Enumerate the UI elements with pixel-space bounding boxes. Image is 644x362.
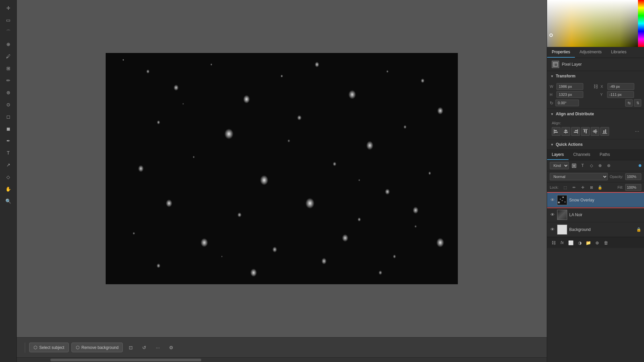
quick-actions-header[interactable]: ▼ Quick Actions [547,139,644,149]
layer-filter-smart-btn[interactable]: ⊕ [596,162,604,169]
layer-adjustment-btn[interactable]: ◑ [576,239,583,246]
svg-rect-9 [575,130,578,131]
tool-shape[interactable]: ◇ [3,172,14,182]
rotation-input[interactable] [555,100,579,106]
tool-pen[interactable]: ✒ [3,135,14,146]
svg-rect-19 [605,129,606,133]
tool-lasso[interactable]: ⌒ [3,27,14,38]
align-center-v-btn[interactable] [591,127,599,136]
tool-brush[interactable]: ✏ [3,75,14,86]
left-toolbar: ✛ ▭ ⌒ ⊕ 🖊 ⊞ ✏ ⊛ ⊙ ◻ ◼ ✒ T ↗ ◇ ✋ 🔍 [0,0,17,362]
tool-move[interactable]: ✛ [3,3,14,13]
layer-filter-shape-btn[interactable]: ◇ [588,162,595,169]
tool-crop[interactable]: ⊕ [3,39,14,50]
layer-item-la-noir[interactable]: 👁 LA Noir [547,207,644,222]
settings-icon: ⚙ [169,345,173,350]
lock-position-btn[interactable]: ✛ [579,184,586,191]
scroll-thumb[interactable] [50,359,201,361]
layer-mask-btn[interactable]: ⬜ [567,239,575,246]
pixel-layer-icon [552,61,559,68]
transform-section-header[interactable]: ▼ Transform [547,71,644,81]
fill-input[interactable] [625,184,641,191]
tool-zoom[interactable]: 🔍 [3,196,14,206]
flip-horizontal-btn[interactable]: ⇆ [625,99,633,107]
transform-link[interactable]: ⛓ [591,84,601,89]
lock-artboard-btn[interactable]: ⊞ [588,184,595,191]
more-icon: ··· [156,345,160,350]
layer-kind-filter[interactable]: Kind [550,162,569,169]
tool-history[interactable]: ⊙ [3,99,14,110]
layer-link-btn[interactable]: ⛓ [550,239,557,246]
tool-eraser[interactable]: ◻ [3,111,14,122]
height-input[interactable] [556,91,583,98]
layer-new-btn[interactable]: ⊕ [593,239,601,246]
align-right-btn[interactable] [571,127,580,136]
lock-transparent-btn[interactable]: ⬚ [562,184,569,191]
tab-layers[interactable]: Layers [547,150,569,160]
align-distribute-section: ▼ Align and Distribute Align: [547,109,644,139]
settings-icon-btn[interactable]: ⚙ [166,342,176,353]
blend-mode-select[interactable]: Normal [550,173,608,180]
frame-icon-btn[interactable]: ⊡ [125,342,136,353]
layer-visibility-snow[interactable]: 👁 [550,197,555,203]
flip-vertical-btn[interactable]: ⇅ [634,99,641,107]
tab-libraries[interactable]: Libraries [606,47,631,58]
tool-select[interactable]: ▭ [3,15,14,25]
layer-visibility-noir[interactable]: 👁 [550,212,555,218]
fill-label: Fill: [618,185,623,189]
horizontal-scrollbar[interactable] [17,357,547,362]
lock-all-btn[interactable]: 🔒 [597,184,603,191]
opacity-input[interactable] [625,173,641,180]
tab-adjustments[interactable]: Adjustments [575,47,606,58]
tool-type[interactable]: T [3,147,14,158]
y-input[interactable] [607,91,634,98]
layer-item-background[interactable]: 👁 Background 🔒 [547,222,644,237]
layer-delete-btn[interactable]: 🗑 [602,239,609,246]
quick-actions-title: Quick Actions [556,142,583,147]
layer-visibility-bg[interactable]: 👁 [550,227,555,232]
tool-clone[interactable]: ⊛ [3,87,14,98]
layer-filter-pixel-btn[interactable] [570,162,578,169]
align-section-header[interactable]: ▼ Align and Distribute [547,109,644,119]
noir-thumb-visual [557,210,567,220]
align-more-btn[interactable]: ··· [635,128,639,134]
align-bottom-btn[interactable] [600,127,609,136]
frame-icon: ⊡ [129,345,133,350]
layer-filter-effect-btn[interactable]: ⊛ [605,162,612,169]
tool-healing[interactable]: ⊞ [3,63,14,74]
layer-fx-btn[interactable]: fx [558,239,566,246]
transform-chevron-icon: ▼ [550,74,554,78]
align-center-h-btn[interactable] [561,127,570,136]
canvas-image [106,53,458,284]
layer-group-btn[interactable]: 📁 [585,239,592,246]
svg-rect-3 [554,130,557,131]
color-hue-strip[interactable] [638,0,644,47]
tab-paths[interactable]: Paths [595,150,615,160]
layer-item-snow-overlay[interactable]: 👁 Snow Overlay [547,193,644,207]
color-picker[interactable] [547,0,644,47]
rotation-icon: ↺ [142,345,146,350]
tool-gradient[interactable]: ◼ [3,123,14,134]
layers-panel: Layers Channels Paths Kind T ◇ ⊕ ⊛ [547,150,644,362]
select-subject-button[interactable]: ⬡ Select subject [29,343,69,352]
layer-filter-type-btn[interactable]: T [579,162,586,169]
rotation-icon-btn[interactable]: ↺ [139,342,150,353]
remove-background-button[interactable]: ⬡ Remove background [71,343,123,352]
transform-section: ▼ Transform W ⛓ X [547,71,644,109]
tab-channels[interactable]: Channels [569,150,595,160]
tab-properties[interactable]: Properties [547,47,575,58]
canvas-area: ⬡ Select subject ⬡ Remove background ⊡ ↺… [17,0,547,362]
x-input[interactable] [607,83,634,90]
layer-name-noir: LA Noir [569,213,641,217]
align-left-btn[interactable] [552,127,560,136]
tool-path-select[interactable]: ↗ [3,160,14,170]
layer-lock-bg-icon: 🔒 [636,227,641,232]
tool-eyedrop[interactable]: 🖊 [3,51,14,62]
align-top-btn[interactable] [581,127,590,136]
tool-hand[interactable]: ✋ [3,184,14,194]
more-icon-btn[interactable]: ··· [152,342,163,353]
opacity-label: Opacity: [610,175,623,179]
svg-rect-11 [578,129,578,134]
width-input[interactable] [556,83,583,90]
lock-paint-btn[interactable]: ✏ [571,184,577,191]
